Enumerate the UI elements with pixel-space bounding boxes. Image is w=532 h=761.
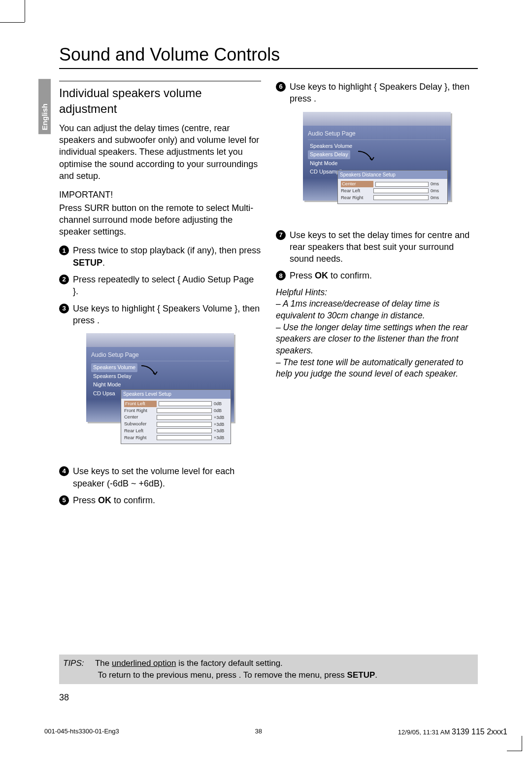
step-3: 3 Use keys to highlight { Speakers Volum… bbox=[59, 303, 261, 327]
step-text: Press repeatedly to select { Audio Setup… bbox=[73, 274, 261, 298]
step-text: Press twice to stop playback (if any), t… bbox=[73, 244, 261, 269]
step-number-icon: 8 bbox=[276, 271, 286, 280]
step-text: Use keys to set the delay times for cent… bbox=[290, 229, 478, 265]
footer-file: 001-045-hts3300-01-Eng3 bbox=[44, 727, 119, 736]
osd-menu-item: Night Mode bbox=[308, 159, 339, 168]
footer-right: 12/9/05, 11:31 AM 3139 115 2xxx1 bbox=[398, 727, 507, 736]
osd-menu-item: Speakers Delay bbox=[308, 150, 350, 159]
helpful-hints: Helpful Hints: – A 1ms increase/decrease… bbox=[276, 287, 478, 380]
step-number-icon: 3 bbox=[59, 304, 69, 313]
hint-item: – A 1ms increase/decrease of delay time … bbox=[276, 298, 478, 321]
step-number-icon: 5 bbox=[59, 495, 69, 505]
osd-menu-item: Night Mode bbox=[91, 380, 123, 389]
step-number-icon: 7 bbox=[276, 230, 286, 240]
step-2: 2 Press repeatedly to select { Audio Set… bbox=[59, 274, 261, 298]
osd-menu-item: Speakers Delay bbox=[91, 372, 133, 380]
osd-submenu: Speakers Distance Setup Center0ms Rear L… bbox=[337, 170, 448, 204]
language-tab: English bbox=[38, 79, 51, 134]
osd-submenu: Speakers Level Setup Front Left0dB Front… bbox=[121, 389, 231, 444]
osd-menu-item: CD Upsa bbox=[91, 389, 117, 398]
step-text: Use keys to highlight { Speakers Delay }… bbox=[290, 81, 478, 105]
step-number-icon: 6 bbox=[276, 82, 286, 92]
step-1: 1 Press twice to stop playback (if any),… bbox=[59, 244, 261, 269]
crop-mark bbox=[25, 0, 25, 22]
step-text: Use keys to set the volume level for eac… bbox=[73, 465, 261, 489]
section-heading: Individual speakers volume adjustment bbox=[59, 81, 261, 117]
osd-menu-item: Speakers Volume bbox=[91, 363, 137, 372]
page-title: Sound and Volume Controls bbox=[59, 44, 478, 69]
step-8: 8 Press OK to confirm. bbox=[276, 270, 478, 281]
arrow-icon bbox=[140, 365, 160, 380]
step-text: Press OK to confirm. bbox=[73, 494, 261, 506]
osd-sub-title: Speakers Level Setup bbox=[121, 390, 231, 399]
step-number-icon: 2 bbox=[59, 275, 69, 284]
crop-mark bbox=[0, 22, 25, 23]
step-number-icon: 4 bbox=[59, 466, 69, 476]
osd-screenshot-volume: Audio Setup Page Speakers Volume Speaker… bbox=[86, 333, 234, 422]
step-5: 5 Press OK to confirm. bbox=[59, 494, 261, 506]
osd-screenshot-delay: Audio Setup Page Speakers Volume Speaker… bbox=[303, 112, 451, 201]
osd-title: Audio Setup Page bbox=[308, 130, 446, 140]
right-column: 6 Use keys to highlight { Speakers Delay… bbox=[276, 81, 478, 511]
osd-title: Audio Setup Page bbox=[91, 351, 229, 361]
step-4: 4 Use keys to set the volume level for e… bbox=[59, 465, 261, 489]
important-text: Press SURR button on the remote to selec… bbox=[59, 202, 261, 238]
footer: 001-045-hts3300-01-Eng3 38 12/9/05, 11:3… bbox=[44, 727, 507, 736]
intro-paragraph: You can adjust the delay times (centre, … bbox=[59, 122, 261, 182]
osd-menu-item: Speakers Volume bbox=[308, 142, 354, 150]
tips-label: TIPS: bbox=[63, 658, 84, 668]
footer-page: 38 bbox=[255, 727, 262, 736]
page-number: 38 bbox=[59, 692, 69, 703]
tips-bar: TIPS: The underlined option is the facto… bbox=[59, 655, 478, 684]
step-text: Press OK to confirm. bbox=[290, 270, 478, 281]
step-number-icon: 1 bbox=[59, 245, 69, 255]
hints-title: Helpful Hints: bbox=[276, 287, 478, 299]
crop-mark bbox=[507, 736, 522, 751]
important-label: IMPORTANT! bbox=[59, 189, 261, 201]
step-text: Use keys to highlight { Speakers Volume … bbox=[73, 303, 261, 327]
osd-sub-title: Speakers Distance Setup bbox=[338, 171, 447, 179]
hint-item: – Use the longer delay time settings whe… bbox=[276, 322, 478, 357]
step-6: 6 Use keys to highlight { Speakers Delay… bbox=[276, 81, 478, 105]
hint-item: – The test tone will be automatically ge… bbox=[276, 357, 478, 380]
left-column: Individual speakers volume adjustment Yo… bbox=[59, 81, 261, 511]
step-7: 7 Use keys to set the delay times for ce… bbox=[276, 229, 478, 265]
arrow-icon bbox=[357, 150, 377, 165]
